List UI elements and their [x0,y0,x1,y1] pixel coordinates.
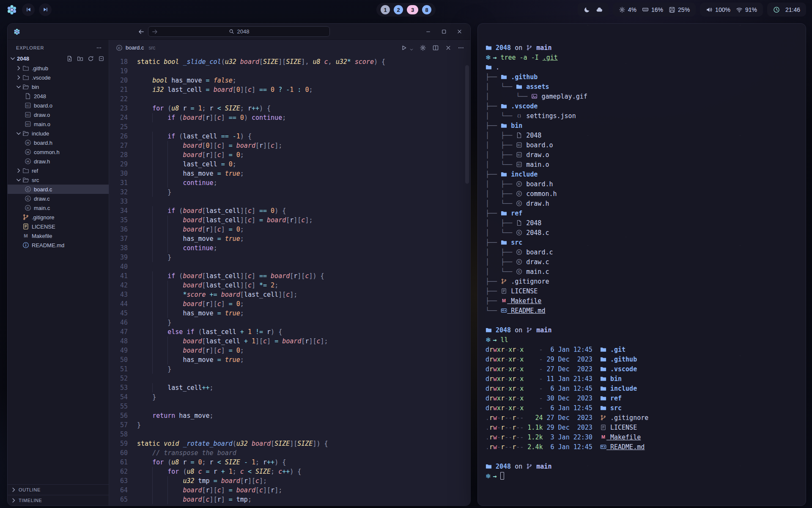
close-editor-icon[interactable] [445,44,452,51]
indent-guide [137,113,152,122]
explorer-item-board.o[interactable]: 01board.o [8,101,109,110]
explorer-root-folder[interactable]: 2048 [8,53,109,64]
explorer-item-.github[interactable]: .github [8,64,109,73]
workspace-8[interactable]: 8 [422,5,431,14]
indent-guide [152,113,167,122]
indent-guide [152,188,167,197]
explorer-item-src[interactable]: src [8,175,109,185]
workspace-3[interactable]: 3 [407,5,418,14]
explorer-item-include[interactable]: include [8,129,109,138]
explorer-item-draw.o[interactable]: 01draw.o [8,110,109,119]
line-number: 49 [109,346,137,355]
editor-actions [401,44,464,51]
terminal-line: drwxr-xr-x - 11 Jan 21:43 bin [486,374,801,384]
code-text: if (last_cell == -1) { [137,132,252,141]
indent-guide [137,281,152,290]
folder-solid-icon [600,346,606,353]
editor-scrollbar[interactable] [465,65,469,184]
line-number: 21 [109,85,137,94]
nav-back-icon[interactable] [138,28,145,35]
close-button[interactable] [456,28,463,35]
explorer-item-label: common.h [34,149,60,155]
terminal-line: .rw-r--r-- 1.2k 3 Jan 22:30 M Makefile [486,433,801,442]
explorer-item-label: board.o [34,102,52,109]
vscode-window: 2048 EXPLORER 2048 .git [7,23,471,506]
workspace-2[interactable]: 2 [394,5,403,14]
skip-forward-button[interactable] [39,3,52,16]
indent-guide [152,150,167,160]
skip-back-button[interactable] [22,3,35,16]
outline-section[interactable]: OUTLINE [8,484,109,495]
terminal-output: 2048 on main❄ → tree -a -I .git .├── .gi… [486,43,801,481]
collapse-folders-icon[interactable] [98,55,104,62]
explorer-item-.gitignore[interactable]: .gitignore [8,213,109,222]
explorer-more-icon[interactable] [96,45,102,51]
terminal-window[interactable]: 2048 on main❄ → tree -a -I .git .├── .gi… [477,23,806,506]
speaker-icon [706,6,713,13]
explorer-item-main.c[interactable]: Cmain.c [8,203,109,213]
explorer-item-bin[interactable]: bin [8,82,109,91]
command-center-search[interactable]: 2048 [148,26,330,37]
explorer-item-label: src [32,177,39,183]
indent-guide [137,188,152,197]
new-file-icon[interactable] [66,55,73,62]
explorer-item-main.o[interactable]: 01main.o [8,119,109,129]
binary-icon: 01 [516,161,522,168]
vscode-body: EXPLORER 2048 .github.vscodebin204801boa… [8,40,470,505]
split-editor-icon[interactable] [432,44,439,51]
run-dropdown-icon[interactable] [409,46,414,50]
vscode-logo-icon [13,28,21,36]
svg-text:C: C [518,250,521,254]
more-actions-icon[interactable] [458,44,464,51]
code-text: i32 last_cell = board[0][c] == 0 ? -1 : … [137,85,313,94]
workspace-1[interactable]: 1 [381,5,390,14]
indent-guide [137,458,152,467]
explorer-item-.vscode[interactable]: .vscode [8,73,109,82]
weather-module[interactable] [578,3,609,17]
tab-board-c[interactable]: C board.c src [116,44,155,51]
binary-icon: 01 [25,121,31,127]
disk-icon [669,6,675,13]
explorer-item-README.md[interactable]: README.md [8,240,109,250]
code-line-26: 26 if (last_cell == -1) { [109,132,470,141]
launcher-icon[interactable] [6,4,18,16]
indent-guide [137,215,152,225]
line-number: 59 [109,439,137,448]
terminal-line: drwxr-xr-x - 27 Dec 2023 .vscode [486,364,801,374]
explorer-item-common.h[interactable]: Hcommon.h [8,147,109,157]
svg-text:C: C [518,260,521,264]
settings-gear-icon[interactable] [420,44,426,51]
history-nav [138,28,158,35]
code-editor[interactable]: 18static bool _slide_col(u32 board[SIZE]… [109,55,470,505]
indent-guide [137,327,152,337]
line-number: 44 [109,299,137,309]
explorer-item-draw.c[interactable]: Cdraw.c [8,194,109,203]
minimize-button[interactable] [425,28,431,35]
system-stats-module[interactable]: 4% 16% 25% [613,3,696,17]
explorer-item-board.c[interactable]: Cboard.c [8,185,109,194]
run-button[interactable] [401,44,407,51]
clock-module[interactable]: 21:46 [767,3,806,17]
explorer-item-Makefile[interactable]: MMakefile [8,231,109,240]
maximize-button[interactable] [441,28,447,35]
explorer-item-board.h[interactable]: Hboard.h [8,138,109,147]
line-number: 60 [109,448,137,458]
h-circle-icon: H [25,149,31,155]
explorer-item-LICENSE[interactable]: LICENSE [8,222,109,231]
c-circle-icon: C [25,204,31,211]
explorer-item-draw.h[interactable]: Hdraw.h [8,157,109,166]
explorer-item-2048[interactable]: 2048 [8,91,109,101]
svg-text:01: 01 [26,123,30,126]
code-line-37: 37 has_move = true; [109,234,470,243]
new-folder-icon[interactable] [77,55,83,62]
audio-network-module[interactable]: 100% 91% [700,3,763,17]
nav-forward-icon[interactable] [151,28,158,35]
git-branch-icon [600,414,606,421]
indent-guide [167,160,183,169]
explorer-item-ref[interactable]: ref [8,166,109,175]
refresh-explorer-icon[interactable] [88,55,94,62]
code-text: last_cell = 0; [137,160,236,169]
code-line-38: 38 continue; [109,243,470,253]
timeline-section[interactable]: TIMELINE [8,495,109,505]
indent-guide [152,206,167,215]
